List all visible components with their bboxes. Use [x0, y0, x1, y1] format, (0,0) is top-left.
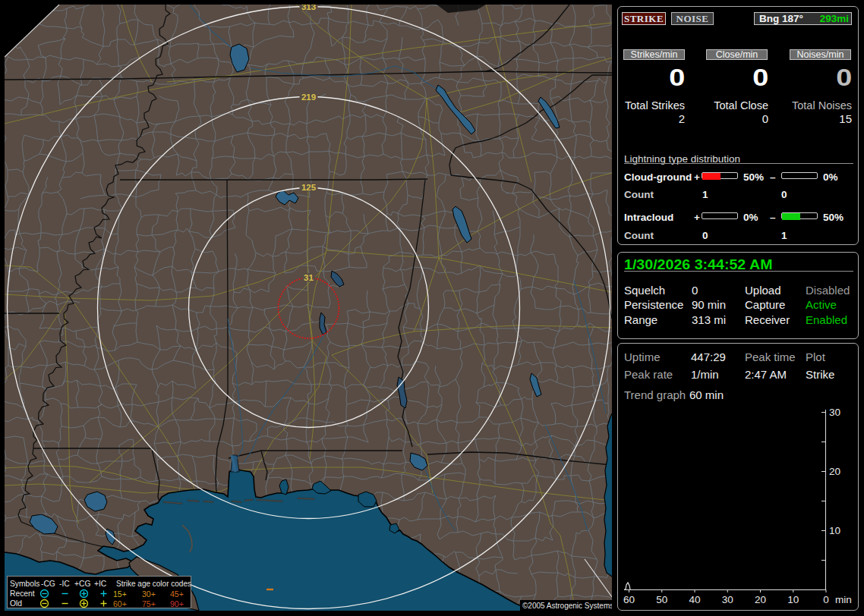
svg-text:40: 40: [689, 594, 700, 605]
svg-text:30: 30: [722, 594, 733, 605]
svg-text:50: 50: [656, 594, 667, 605]
svg-text:313: 313: [301, 5, 316, 11]
svg-text:30: 30: [829, 407, 840, 418]
svg-text:©2005 Astrogenic Systems: ©2005 Astrogenic Systems: [522, 602, 612, 610]
svg-text:125: 125: [301, 183, 317, 192]
svg-text:10: 10: [829, 525, 840, 536]
svg-text:min: min: [835, 594, 852, 605]
svg-text:20: 20: [755, 594, 766, 605]
svg-text:10: 10: [787, 594, 799, 605]
svg-text:20: 20: [829, 466, 840, 477]
svg-text:31: 31: [304, 273, 314, 282]
svg-text:0: 0: [823, 594, 829, 605]
svg-text:60: 60: [623, 594, 635, 605]
svg-text:219: 219: [301, 93, 316, 102]
